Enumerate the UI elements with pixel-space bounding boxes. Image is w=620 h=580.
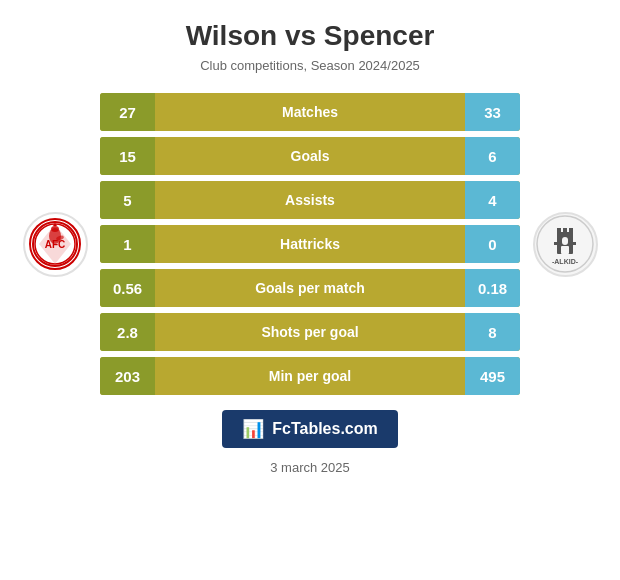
- stat-right-goals: 6: [465, 137, 520, 175]
- comparison-area: AFC 27 Matches: [10, 93, 610, 395]
- stat-left-assists: 5: [100, 181, 155, 219]
- stat-row-hattricks: 1 Hattricks 0: [100, 225, 520, 263]
- stat-left-gpm: 0.56: [100, 269, 155, 307]
- stat-left-mpg: 203: [100, 357, 155, 395]
- team-left-logo: AFC: [10, 212, 100, 277]
- svg-text:-ALKID-: -ALKID-: [552, 258, 579, 265]
- stat-row-assists: 5 Assists 4: [100, 181, 520, 219]
- date-label: 3 march 2025: [270, 460, 350, 475]
- stat-left-matches: 27: [100, 93, 155, 131]
- stat-label-gpm: Goals per match: [100, 280, 520, 296]
- stat-label-hattricks: Hattricks: [100, 236, 520, 252]
- svg-rect-15: [561, 246, 569, 254]
- stat-label-spg: Shots per goal: [100, 324, 520, 340]
- stat-right-hattricks: 0: [465, 225, 520, 263]
- svg-rect-12: [563, 228, 567, 234]
- stat-left-hattricks: 1: [100, 225, 155, 263]
- svg-point-5: [51, 226, 59, 232]
- stat-label-assists: Assists: [100, 192, 520, 208]
- stat-left-goals: 15: [100, 137, 155, 175]
- stat-right-gpm: 0.18: [465, 269, 520, 307]
- stats-container: 27 Matches 33 15 Goals 6 5 Assists 4 1 H…: [100, 93, 520, 395]
- svg-rect-11: [557, 228, 561, 234]
- stat-label-matches: Matches: [100, 104, 520, 120]
- svg-rect-13: [569, 228, 573, 234]
- stat-right-assists: 4: [465, 181, 520, 219]
- stat-right-spg: 8: [465, 313, 520, 351]
- page-subtitle: Club competitions, Season 2024/2025: [200, 58, 420, 73]
- stat-label-mpg: Min per goal: [100, 368, 520, 384]
- stat-row-goals-per-match: 0.56 Goals per match 0.18: [100, 269, 520, 307]
- stat-right-mpg: 495: [465, 357, 520, 395]
- watermark-banner: 📊 FcTables.com: [222, 410, 398, 448]
- stat-row-min-per-goal: 203 Min per goal 495: [100, 357, 520, 395]
- stat-right-matches: 33: [465, 93, 520, 131]
- team-right-logo: -ALKID-: [520, 212, 610, 277]
- stat-label-goals: Goals: [100, 148, 520, 164]
- stat-row-matches: 27 Matches 33: [100, 93, 520, 131]
- page-title: Wilson vs Spencer: [186, 20, 435, 52]
- stat-left-spg: 2.8: [100, 313, 155, 351]
- svg-rect-14: [562, 237, 568, 245]
- stat-row-goals: 15 Goals 6: [100, 137, 520, 175]
- stat-row-shots-per-goal: 2.8 Shots per goal 8: [100, 313, 520, 351]
- chart-icon: 📊: [242, 418, 264, 440]
- watermark-text: FcTables.com: [272, 420, 378, 438]
